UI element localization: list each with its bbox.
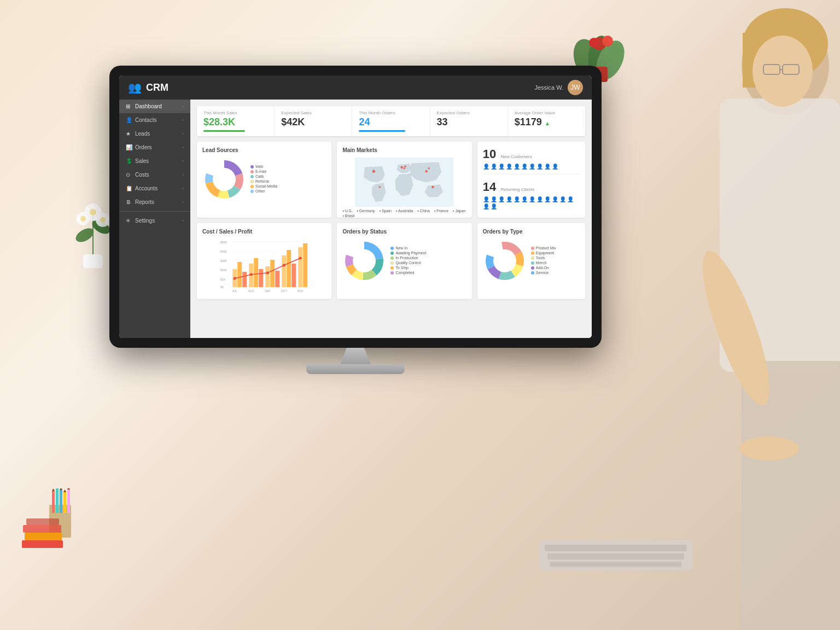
orders-status-donut bbox=[342, 239, 386, 283]
svg-rect-34 bbox=[67, 489, 70, 513]
legend-equipment: Equipment bbox=[531, 251, 556, 255]
sidebar-item-leads[interactable]: ★ Leads › bbox=[119, 127, 190, 141]
legend-web: Web bbox=[250, 165, 277, 168]
sidebar-label-orders: Orders bbox=[135, 144, 152, 150]
svg-point-16 bbox=[589, 38, 599, 48]
dashboard-arrow: › bbox=[182, 104, 184, 109]
svg-text:$1K: $1K bbox=[220, 278, 226, 281]
person-icon-2: 👤 bbox=[491, 164, 497, 170]
svg-rect-83 bbox=[270, 260, 275, 287]
svg-rect-86 bbox=[287, 250, 291, 287]
stat-value-this-month-orders: 24 bbox=[359, 116, 423, 128]
legend-quality: Quality Control bbox=[390, 261, 426, 265]
sidebar-item-contacts[interactable]: 👤 Contacts › bbox=[119, 113, 190, 127]
sidebar: ⊞ Dashboard › 👤 Contacts › bbox=[119, 100, 190, 338]
dot-product-mix bbox=[531, 247, 534, 250]
legend-label-other: Other bbox=[255, 189, 265, 193]
label-awaiting: Awaiting Payment bbox=[395, 251, 426, 255]
bar-chart-container: $50K $40K $30K $20K $1K $0 bbox=[202, 239, 326, 294]
svg-rect-84 bbox=[275, 271, 279, 287]
costs-arrow: › bbox=[182, 172, 184, 177]
avg-order-arrow: ▲ bbox=[545, 120, 550, 126]
dot-tools bbox=[531, 256, 534, 260]
stand-base bbox=[306, 364, 405, 374]
legend-add-on: Add-On bbox=[531, 266, 556, 270]
monitor-stand bbox=[109, 348, 602, 374]
crm-app: 👥 CRM Jessica W. JW ⊞ bbox=[119, 75, 592, 338]
customers-card: 10 New Customers 👤 👤 👤 👤 👤 👤 bbox=[477, 142, 585, 218]
svg-point-26 bbox=[100, 217, 106, 223]
sales-icon: 💲 bbox=[126, 158, 132, 164]
dot-new-in bbox=[390, 247, 394, 250]
legend-new-in: New In bbox=[390, 246, 426, 250]
accounts-arrow: › bbox=[182, 186, 184, 191]
monitor: 👥 CRM Jessica W. JW ⊞ bbox=[109, 66, 602, 374]
orders-arrow: › bbox=[182, 145, 184, 150]
svg-marker-38 bbox=[63, 489, 66, 492]
svg-point-92 bbox=[266, 272, 269, 275]
return-icon-12: 👤 bbox=[567, 196, 574, 202]
legend-awaiting: Awaiting Payment bbox=[390, 251, 426, 255]
svg-point-61 bbox=[405, 165, 407, 167]
person-icon-6: 👤 bbox=[521, 164, 528, 170]
sidebar-item-costs[interactable]: ⊙ Costs › bbox=[119, 168, 190, 182]
return-icon-7: 👤 bbox=[529, 196, 535, 202]
user-avatar[interactable]: JW bbox=[568, 80, 583, 95]
svg-text:$30K: $30K bbox=[220, 259, 227, 262]
svg-text:JUL: JUL bbox=[232, 289, 237, 293]
svg-rect-32 bbox=[60, 490, 62, 513]
new-customers-section: 10 New Customers 👤 👤 👤 👤 👤 👤 bbox=[483, 147, 580, 174]
svg-rect-47 bbox=[550, 562, 681, 567]
market-japan: • Japan bbox=[453, 209, 465, 213]
return-icon-6: 👤 bbox=[521, 196, 528, 202]
sidebar-item-orders[interactable]: 📊 Orders › bbox=[119, 141, 190, 154]
returning-clients-count: 14 bbox=[483, 180, 496, 194]
svg-point-63 bbox=[379, 186, 381, 188]
svg-rect-31 bbox=[56, 488, 59, 513]
legend-dot-other bbox=[250, 190, 254, 193]
orders-by-status-card: Orders by Status bbox=[337, 223, 471, 299]
svg-rect-77 bbox=[237, 262, 242, 287]
svg-point-91 bbox=[250, 273, 253, 276]
label-new-in: New In bbox=[395, 246, 407, 250]
orders-by-type-card: Orders by Type bbox=[477, 223, 585, 299]
person-icon-5: 👤 bbox=[514, 164, 520, 170]
lead-sources-donut bbox=[202, 158, 246, 201]
person-icon-7: 👤 bbox=[529, 164, 535, 170]
lead-sources-card: Lead Sources bbox=[197, 142, 331, 218]
stat-progress-sales bbox=[203, 130, 245, 132]
monitor-frame: 👥 CRM Jessica W. JW ⊞ bbox=[109, 66, 602, 348]
stat-label-expected-orders: Expected Orders bbox=[437, 110, 501, 115]
svg-point-24 bbox=[80, 216, 86, 221]
return-icon-1: 👤 bbox=[483, 196, 489, 202]
svg-rect-41 bbox=[25, 533, 62, 540]
sidebar-item-dashboard[interactable]: ⊞ Dashboard › bbox=[119, 100, 190, 113]
sidebar-item-accounts[interactable]: 📋 Accounts › bbox=[119, 182, 190, 195]
sidebar-label-sales: Sales bbox=[135, 158, 149, 164]
legend-social: Social Media bbox=[250, 184, 277, 188]
svg-rect-30 bbox=[52, 491, 55, 513]
sidebar-item-settings[interactable]: ✳ Settings › bbox=[119, 214, 190, 228]
label-product-mix: Product Mix bbox=[536, 246, 556, 250]
legend-referral: Referral bbox=[250, 179, 277, 183]
sidebar-item-reports[interactable]: 🗎 Reports › bbox=[119, 195, 190, 209]
svg-point-60 bbox=[425, 170, 428, 173]
person-icon-8: 👤 bbox=[536, 164, 543, 170]
svg-point-14 bbox=[593, 37, 606, 50]
legend-dot-referral bbox=[250, 180, 254, 183]
sidebar-label-costs: Costs bbox=[135, 172, 149, 178]
return-icon-13: 👤 bbox=[483, 203, 489, 209]
legend-dot-social bbox=[250, 185, 254, 188]
person-icon-4: 👤 bbox=[506, 164, 512, 170]
sales-arrow: › bbox=[182, 159, 184, 164]
stat-expected-sales: Expected Sales $42K bbox=[275, 106, 352, 136]
new-customers-label: New Customers bbox=[501, 154, 532, 159]
svg-point-54 bbox=[214, 170, 234, 189]
sidebar-label-settings: Settings bbox=[135, 218, 155, 224]
svg-point-56 bbox=[372, 170, 375, 173]
svg-rect-29 bbox=[49, 505, 71, 538]
svg-rect-33 bbox=[63, 492, 66, 513]
sidebar-item-sales[interactable]: 💲 Sales › bbox=[119, 154, 190, 168]
stat-avg-order: Average Order Value $1179 ▲ bbox=[508, 106, 585, 136]
svg-point-22 bbox=[90, 209, 96, 215]
